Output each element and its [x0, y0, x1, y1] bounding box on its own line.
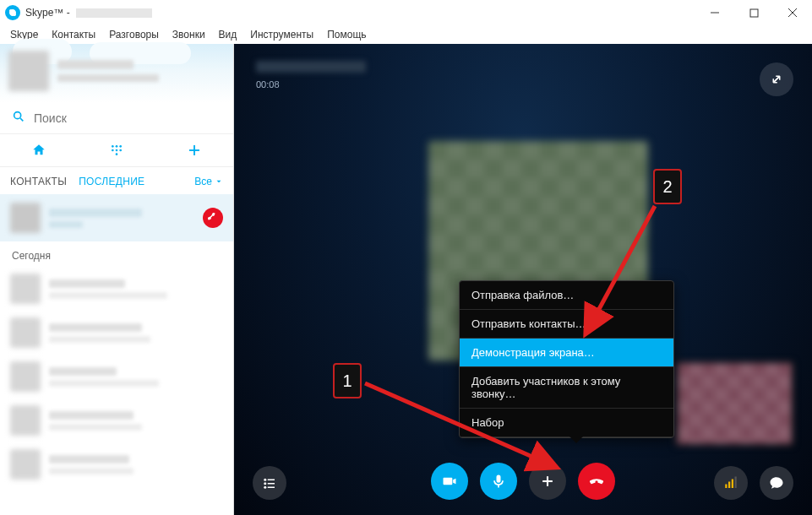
- svg-point-10: [116, 149, 118, 152]
- section-today: Сегодня: [0, 241, 233, 267]
- hangup-icon[interactable]: [203, 208, 223, 228]
- self-name-redacted: [57, 60, 134, 69]
- nav-tabs: [0, 133, 233, 167]
- popup-item-send-files[interactable]: Отправка файлов…: [460, 281, 673, 310]
- svg-point-6: [112, 145, 114, 148]
- list-item[interactable]: [0, 311, 233, 355]
- home-tab[interactable]: [0, 134, 78, 166]
- menu-tools[interactable]: Инструменты: [243, 27, 320, 42]
- list-item[interactable]: [0, 398, 233, 442]
- popup-item-send-contacts[interactable]: Отправить контакты…: [460, 310, 673, 339]
- list-item[interactable]: [0, 442, 233, 486]
- dialpad-tab[interactable]: [78, 134, 155, 166]
- svg-rect-25: [732, 480, 733, 489]
- skype-logo-icon: [5, 5, 20, 20]
- contact-avatar: [10, 203, 41, 233]
- popup-item-share-screen[interactable]: Демонстрация экрана…: [460, 339, 673, 367]
- menubar: Skype Контакты Разговоры Звонки Вид Инст…: [0, 25, 812, 44]
- menu-calls[interactable]: Звонки: [166, 27, 212, 42]
- filter-label: Все: [194, 176, 212, 187]
- menu-help[interactable]: Помощь: [320, 27, 373, 42]
- close-button[interactable]: [773, 0, 812, 25]
- titlebar: Skype™ -: [0, 0, 812, 25]
- plus-menu-popup: Отправка файлов… Отправить контакты… Дем…: [459, 280, 674, 438]
- svg-point-9: [112, 149, 114, 152]
- window-title-text: Skype™ -: [25, 7, 70, 19]
- username-redacted: [76, 8, 152, 18]
- list-item[interactable]: [0, 267, 233, 311]
- plus-menu-button[interactable]: [529, 463, 566, 500]
- video-toggle-button[interactable]: [431, 463, 468, 500]
- maximize-button[interactable]: [734, 0, 773, 25]
- menu-view[interactable]: Вид: [212, 27, 244, 42]
- svg-rect-26: [735, 477, 737, 489]
- search-row[interactable]: [0, 103, 233, 133]
- chat-toggle-button[interactable]: [760, 466, 793, 500]
- connection-quality-button[interactable]: [714, 466, 748, 500]
- svg-point-8: [119, 145, 122, 148]
- search-input[interactable]: [34, 111, 221, 125]
- end-call-button[interactable]: [578, 463, 615, 500]
- call-panel: 00:08 Владимир Белев Отправка файлов… От…: [234, 44, 812, 515]
- svg-rect-1: [750, 9, 758, 17]
- svg-rect-24: [728, 482, 730, 489]
- annotation-marker-2: 2: [653, 169, 682, 204]
- svg-point-12: [116, 153, 118, 155]
- search-icon: [12, 110, 25, 127]
- popup-item-dial[interactable]: Набор: [460, 409, 673, 437]
- svg-point-4: [14, 112, 21, 119]
- fullscreen-button[interactable]: [760, 62, 793, 96]
- list-tabs: КОНТАКТЫ ПОСЛЕДНИЕ Все: [0, 167, 233, 194]
- tab-contacts[interactable]: КОНТАКТЫ: [10, 176, 67, 187]
- list-item[interactable]: [0, 355, 233, 398]
- call-contact-name-redacted: [256, 61, 366, 73]
- self-avatar[interactable]: [8, 51, 49, 91]
- filter-dropdown[interactable]: Все: [194, 176, 223, 187]
- mic-toggle-button[interactable]: [480, 463, 517, 500]
- window-title: Skype™ -: [25, 7, 152, 19]
- self-status-redacted: [57, 74, 159, 82]
- tab-recent[interactable]: ПОСЛЕДНИЕ: [79, 176, 144, 187]
- svg-line-5: [20, 118, 23, 121]
- minimize-button[interactable]: [695, 0, 734, 25]
- popup-item-add-participants[interactable]: Добавить участников к этому звонку…: [460, 367, 673, 409]
- conversation-active[interactable]: [0, 194, 233, 241]
- menu-convos[interactable]: Разговоры: [102, 27, 166, 42]
- svg-point-11: [119, 149, 122, 152]
- svg-rect-23: [725, 485, 727, 489]
- self-video-pip[interactable]: [675, 361, 793, 446]
- annotation-marker-1: 1: [333, 363, 362, 398]
- new-tab[interactable]: [155, 134, 233, 166]
- sidebar: КОНТАКТЫ ПОСЛЕДНИЕ Все Сегодня: [0, 44, 234, 515]
- call-timer: 00:08: [256, 79, 280, 89]
- svg-point-7: [116, 145, 118, 148]
- profile-area[interactable]: [0, 44, 233, 103]
